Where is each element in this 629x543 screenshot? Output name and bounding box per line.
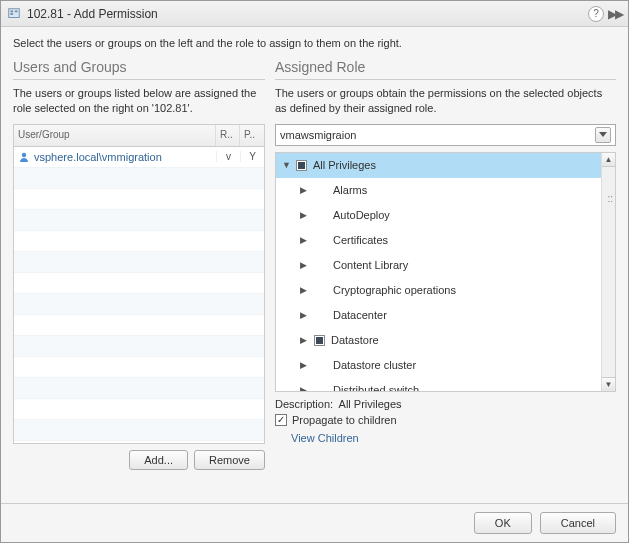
- maximize-icon[interactable]: ▶▶: [608, 7, 622, 21]
- titlebar-right: ? ▶▶: [588, 6, 622, 22]
- users-button-row: Add... Remove: [13, 450, 265, 470]
- privileges-tree-wrap: ▼ All Privileges ▶Alarms▶AutoDeploy▶Cert…: [275, 152, 616, 392]
- cell-user-text: vsphere.local\vmmigration: [34, 151, 162, 163]
- chevron-right-icon[interactable]: ▶: [300, 235, 308, 245]
- chevron-right-icon[interactable]: ▶: [300, 185, 308, 195]
- chevron-right-icon[interactable]: ▶: [300, 210, 308, 220]
- cancel-button[interactable]: Cancel: [540, 512, 616, 534]
- assigned-role-panel: Assigned Role The users or groups obtain…: [275, 59, 616, 495]
- users-groups-desc: The users or groups listed below are ass…: [13, 86, 265, 116]
- dialog-footer: OK Cancel: [1, 503, 628, 542]
- tree-item[interactable]: ▶Datastore: [276, 328, 601, 353]
- cell-propagate: Y: [240, 151, 264, 162]
- table-row: [14, 420, 264, 441]
- propagate-line[interactable]: ✓ Propagate to children: [275, 414, 616, 426]
- scrollbar[interactable]: ▲ :: ▼: [601, 153, 615, 391]
- cell-role: v: [216, 151, 240, 162]
- users-grid: User/Group R.. P.. vsphere.local\vmmigra…: [13, 124, 265, 444]
- chevron-down-icon[interactable]: [595, 127, 611, 143]
- table-row: [14, 315, 264, 336]
- tree-root-label: All Privileges: [313, 159, 376, 171]
- tree-checkbox[interactable]: [296, 160, 307, 171]
- instruction-text: Select the users or groups on the left a…: [13, 37, 616, 49]
- tree-item-label: Alarms: [333, 184, 367, 196]
- svg-rect-1: [11, 10, 14, 12]
- col-header-role[interactable]: R..: [216, 125, 240, 146]
- table-row: [14, 252, 264, 273]
- table-row: [14, 231, 264, 252]
- add-button[interactable]: Add...: [129, 450, 188, 470]
- tree-item[interactable]: ▶Certificates: [276, 228, 601, 253]
- table-row: [14, 336, 264, 357]
- user-icon: [18, 151, 30, 163]
- assigned-role-heading: Assigned Role: [275, 59, 616, 80]
- host-icon: [7, 7, 21, 21]
- table-row: [14, 273, 264, 294]
- table-row: [14, 168, 264, 189]
- grid-body: vsphere.local\vmmigration v Y: [14, 147, 264, 443]
- chevron-right-icon[interactable]: ▶: [300, 310, 308, 320]
- table-row: [14, 357, 264, 378]
- col-header-user[interactable]: User/Group: [14, 125, 216, 146]
- tree-item-label: Content Library: [333, 259, 408, 271]
- dialog-content: Select the users or groups on the left a…: [1, 27, 628, 503]
- help-icon[interactable]: ?: [588, 6, 604, 22]
- chevron-right-icon[interactable]: ▶: [300, 335, 308, 345]
- chevron-right-icon[interactable]: ▶: [300, 385, 308, 391]
- grid-header: User/Group R.. P..: [14, 125, 264, 147]
- table-row: [14, 210, 264, 231]
- privileges-tree[interactable]: ▼ All Privileges ▶Alarms▶AutoDeploy▶Cert…: [276, 153, 601, 391]
- tree-item-label: Certificates: [333, 234, 388, 246]
- tree-item-label: Datastore: [331, 334, 379, 346]
- scroll-down-icon[interactable]: ▼: [602, 377, 615, 391]
- tree-item[interactable]: ▶AutoDeploy: [276, 203, 601, 228]
- col-header-propagate[interactable]: P..: [240, 125, 264, 146]
- remove-button[interactable]: Remove: [194, 450, 265, 470]
- svg-rect-0: [9, 8, 20, 17]
- cell-user: vsphere.local\vmmigration: [14, 151, 216, 163]
- chevron-right-icon[interactable]: ▶: [300, 360, 308, 370]
- tree-item-label: Distributed switch: [333, 384, 419, 391]
- tree-item-label: AutoDeploy: [333, 209, 390, 221]
- chevron-down-icon[interactable]: ▼: [282, 160, 290, 170]
- role-select[interactable]: vmawsmigraion: [275, 124, 616, 146]
- table-row: [14, 294, 264, 315]
- users-groups-panel: Users and Groups The users or groups lis…: [13, 59, 265, 495]
- tree-item[interactable]: ▶Alarms: [276, 178, 601, 203]
- svg-point-4: [22, 152, 26, 156]
- table-row[interactable]: vsphere.local\vmmigration v Y: [14, 147, 264, 168]
- description-label: Description:: [275, 398, 333, 410]
- tree-item[interactable]: ▶Cryptographic operations: [276, 278, 601, 303]
- users-groups-heading: Users and Groups: [13, 59, 265, 80]
- propagate-checkbox[interactable]: ✓: [275, 414, 287, 426]
- scroll-grip-icon[interactable]: ::: [607, 193, 613, 204]
- tree-item-label: Cryptographic operations: [333, 284, 456, 296]
- chevron-right-icon[interactable]: ▶: [300, 260, 308, 270]
- tree-checkbox[interactable]: [314, 335, 325, 346]
- scroll-up-icon[interactable]: ▲: [602, 153, 615, 167]
- columns: Users and Groups The users or groups lis…: [13, 59, 616, 495]
- table-row: [14, 189, 264, 210]
- svg-rect-2: [11, 13, 14, 15]
- propagate-label: Propagate to children: [292, 414, 397, 426]
- tree-item[interactable]: ▶Datastore cluster: [276, 353, 601, 378]
- tree-root[interactable]: ▼ All Privileges: [276, 153, 601, 178]
- svg-rect-3: [15, 10, 18, 12]
- dialog-title: 102.81 - Add Permission: [27, 7, 588, 21]
- tree-item[interactable]: ▶Content Library: [276, 253, 601, 278]
- assigned-role-desc: The users or groups obtain the permissio…: [275, 86, 616, 116]
- tree-item[interactable]: ▶Datacenter: [276, 303, 601, 328]
- table-row: [14, 378, 264, 399]
- chevron-right-icon[interactable]: ▶: [300, 285, 308, 295]
- view-children-link[interactable]: View Children: [275, 432, 616, 444]
- table-row: [14, 399, 264, 420]
- description-value: All Privileges: [339, 398, 402, 410]
- add-permission-dialog: 102.81 - Add Permission ? ▶▶ Select the …: [0, 0, 629, 543]
- role-select-value: vmawsmigraion: [280, 129, 356, 141]
- tree-item-label: Datastore cluster: [333, 359, 416, 371]
- tree-item[interactable]: ▶Distributed switch: [276, 378, 601, 391]
- titlebar: 102.81 - Add Permission ? ▶▶: [1, 1, 628, 27]
- description-line: Description: All Privileges: [275, 398, 616, 410]
- ok-button[interactable]: OK: [474, 512, 532, 534]
- tree-item-label: Datacenter: [333, 309, 387, 321]
